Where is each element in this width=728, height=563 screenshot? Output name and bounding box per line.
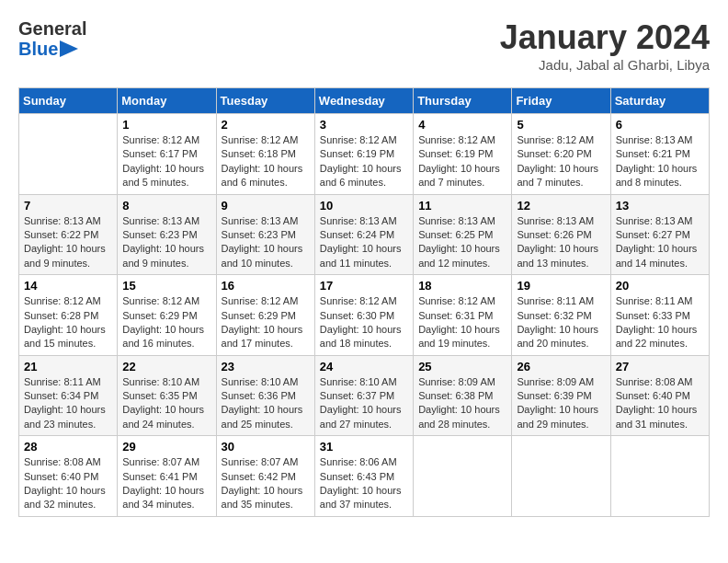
- calendar-cell: 27Sunrise: 8:08 AM Sunset: 6:40 PM Dayli…: [610, 355, 709, 436]
- day-info: Sunrise: 8:12 AM Sunset: 6:30 PM Dayligh…: [320, 294, 408, 351]
- day-info: Sunrise: 8:12 AM Sunset: 6:19 PM Dayligh…: [418, 133, 506, 190]
- day-number: 15: [122, 279, 210, 293]
- day-number: 29: [122, 440, 210, 454]
- day-info: Sunrise: 8:13 AM Sunset: 6:22 PM Dayligh…: [24, 214, 112, 271]
- calendar-cell: [414, 436, 512, 517]
- calendar-cell: 29Sunrise: 8:07 AM Sunset: 6:41 PM Dayli…: [118, 436, 216, 517]
- calendar-cell: [19, 114, 118, 195]
- logo-blue-text: Blue: [18, 39, 86, 59]
- page-header: General Blue January 2024 Jadu, Jabal al…: [18, 18, 710, 73]
- day-number: 2: [222, 118, 310, 132]
- day-number: 3: [320, 118, 408, 132]
- calendar-cell: 8Sunrise: 8:13 AM Sunset: 6:23 PM Daylig…: [118, 194, 216, 275]
- day-number: 30: [222, 440, 310, 454]
- day-number: 6: [616, 118, 704, 132]
- weekday-header-wednesday: Wednesday: [314, 88, 413, 114]
- calendar-cell: 21Sunrise: 8:11 AM Sunset: 6:34 PM Dayli…: [19, 355, 118, 436]
- day-info: Sunrise: 8:10 AM Sunset: 6:35 PM Dayligh…: [122, 375, 210, 432]
- day-info: Sunrise: 8:11 AM Sunset: 6:33 PM Dayligh…: [616, 294, 704, 351]
- day-info: Sunrise: 8:13 AM Sunset: 6:26 PM Dayligh…: [517, 214, 605, 271]
- day-number: 4: [418, 118, 506, 132]
- day-number: 27: [616, 360, 704, 373]
- day-info: Sunrise: 8:08 AM Sunset: 6:40 PM Dayligh…: [616, 375, 704, 432]
- day-number: 25: [418, 360, 506, 373]
- day-number: 17: [320, 279, 408, 293]
- day-number: 22: [122, 360, 210, 373]
- calendar-cell: 10Sunrise: 8:13 AM Sunset: 6:24 PM Dayli…: [314, 194, 413, 275]
- svg-marker-0: [60, 40, 78, 57]
- day-info: Sunrise: 8:12 AM Sunset: 6:18 PM Dayligh…: [222, 133, 310, 190]
- calendar-cell: 23Sunrise: 8:10 AM Sunset: 6:36 PM Dayli…: [216, 355, 314, 436]
- calendar-cell: 14Sunrise: 8:12 AM Sunset: 6:28 PM Dayli…: [19, 275, 118, 356]
- day-number: 5: [517, 118, 605, 132]
- weekday-header-sunday: Sunday: [19, 88, 118, 114]
- day-number: 23: [222, 360, 310, 373]
- day-number: 20: [616, 279, 704, 293]
- day-number: 11: [418, 199, 506, 213]
- day-info: Sunrise: 8:12 AM Sunset: 6:28 PM Dayligh…: [24, 294, 112, 351]
- day-info: Sunrise: 8:12 AM Sunset: 6:29 PM Dayligh…: [222, 294, 310, 351]
- calendar-cell: [610, 436, 709, 517]
- weekday-header-tuesday: Tuesday: [216, 88, 314, 114]
- calendar-cell: 1Sunrise: 8:12 AM Sunset: 6:17 PM Daylig…: [118, 114, 216, 195]
- day-info: Sunrise: 8:13 AM Sunset: 6:23 PM Dayligh…: [122, 214, 210, 271]
- calendar-cell: 9Sunrise: 8:13 AM Sunset: 6:23 PM Daylig…: [216, 194, 314, 275]
- day-info: Sunrise: 8:13 AM Sunset: 6:23 PM Dayligh…: [222, 214, 310, 271]
- logo-arrow-icon: [60, 40, 78, 57]
- calendar-cell: 19Sunrise: 8:11 AM Sunset: 6:32 PM Dayli…: [512, 275, 610, 356]
- day-number: 18: [418, 279, 506, 293]
- day-info: Sunrise: 8:12 AM Sunset: 6:31 PM Dayligh…: [418, 294, 506, 351]
- calendar-cell: 6Sunrise: 8:13 AM Sunset: 6:21 PM Daylig…: [610, 114, 709, 195]
- week-row-1: 1Sunrise: 8:12 AM Sunset: 6:17 PM Daylig…: [19, 114, 710, 195]
- week-row-3: 14Sunrise: 8:12 AM Sunset: 6:28 PM Dayli…: [19, 275, 710, 356]
- day-info: Sunrise: 8:12 AM Sunset: 6:29 PM Dayligh…: [122, 294, 210, 351]
- day-info: Sunrise: 8:09 AM Sunset: 6:38 PM Dayligh…: [418, 375, 506, 432]
- calendar-cell: 2Sunrise: 8:12 AM Sunset: 6:18 PM Daylig…: [216, 114, 314, 195]
- day-number: 9: [222, 199, 310, 213]
- day-info: Sunrise: 8:10 AM Sunset: 6:37 PM Dayligh…: [320, 375, 408, 432]
- day-number: 24: [320, 360, 408, 373]
- week-row-5: 28Sunrise: 8:08 AM Sunset: 6:40 PM Dayli…: [19, 436, 710, 517]
- day-number: 7: [24, 199, 112, 213]
- title-block: January 2024 Jadu, Jabal al Gharbi, Liby…: [500, 18, 710, 73]
- calendar-cell: 25Sunrise: 8:09 AM Sunset: 6:38 PM Dayli…: [414, 355, 512, 436]
- day-info: Sunrise: 8:12 AM Sunset: 6:20 PM Dayligh…: [517, 133, 605, 190]
- day-number: 1: [122, 118, 210, 132]
- weekday-header-friday: Friday: [512, 88, 610, 114]
- day-number: 21: [24, 360, 112, 373]
- day-info: Sunrise: 8:11 AM Sunset: 6:32 PM Dayligh…: [517, 294, 605, 351]
- calendar-cell: 15Sunrise: 8:12 AM Sunset: 6:29 PM Dayli…: [118, 275, 216, 356]
- day-number: 10: [320, 199, 408, 213]
- logo-general-text: General: [18, 18, 86, 39]
- calendar-cell: 12Sunrise: 8:13 AM Sunset: 6:26 PM Dayli…: [512, 194, 610, 275]
- calendar-cell: 30Sunrise: 8:07 AM Sunset: 6:42 PM Dayli…: [216, 436, 314, 517]
- day-info: Sunrise: 8:12 AM Sunset: 6:19 PM Dayligh…: [320, 133, 408, 190]
- calendar-table: SundayMondayTuesdayWednesdayThursdayFrid…: [18, 87, 710, 517]
- day-info: Sunrise: 8:06 AM Sunset: 6:43 PM Dayligh…: [320, 455, 408, 512]
- day-info: Sunrise: 8:11 AM Sunset: 6:34 PM Dayligh…: [24, 375, 112, 432]
- day-number: 8: [122, 199, 210, 213]
- calendar-cell: 7Sunrise: 8:13 AM Sunset: 6:22 PM Daylig…: [19, 194, 118, 275]
- location-subtitle: Jadu, Jabal al Gharbi, Libya: [500, 57, 710, 73]
- calendar-cell: 24Sunrise: 8:10 AM Sunset: 6:37 PM Dayli…: [314, 355, 413, 436]
- day-info: Sunrise: 8:13 AM Sunset: 6:27 PM Dayligh…: [616, 214, 704, 271]
- logo: General Blue: [18, 18, 86, 59]
- day-number: 12: [517, 199, 605, 213]
- day-number: 16: [222, 279, 310, 293]
- calendar-cell: 4Sunrise: 8:12 AM Sunset: 6:19 PM Daylig…: [414, 114, 512, 195]
- day-info: Sunrise: 8:07 AM Sunset: 6:41 PM Dayligh…: [122, 455, 210, 512]
- day-info: Sunrise: 8:13 AM Sunset: 6:21 PM Dayligh…: [616, 133, 704, 190]
- day-number: 13: [616, 199, 704, 213]
- calendar-cell: 11Sunrise: 8:13 AM Sunset: 6:25 PM Dayli…: [414, 194, 512, 275]
- calendar-cell: 5Sunrise: 8:12 AM Sunset: 6:20 PM Daylig…: [512, 114, 610, 195]
- day-info: Sunrise: 8:12 AM Sunset: 6:17 PM Dayligh…: [122, 133, 210, 190]
- calendar-cell: 13Sunrise: 8:13 AM Sunset: 6:27 PM Dayli…: [610, 194, 709, 275]
- calendar-cell: 26Sunrise: 8:09 AM Sunset: 6:39 PM Dayli…: [512, 355, 610, 436]
- calendar-cell: [512, 436, 610, 517]
- day-number: 14: [24, 279, 112, 293]
- day-info: Sunrise: 8:09 AM Sunset: 6:39 PM Dayligh…: [517, 375, 605, 432]
- weekday-header-saturday: Saturday: [610, 88, 709, 114]
- week-row-2: 7Sunrise: 8:13 AM Sunset: 6:22 PM Daylig…: [19, 194, 710, 275]
- calendar-cell: 3Sunrise: 8:12 AM Sunset: 6:19 PM Daylig…: [314, 114, 413, 195]
- calendar-cell: 20Sunrise: 8:11 AM Sunset: 6:33 PM Dayli…: [610, 275, 709, 356]
